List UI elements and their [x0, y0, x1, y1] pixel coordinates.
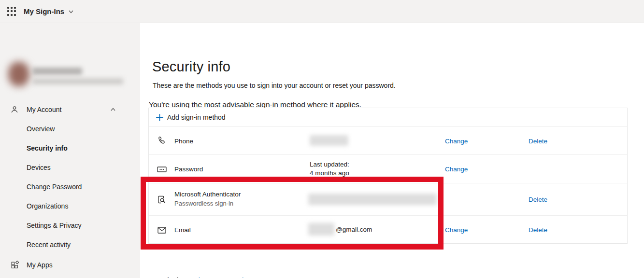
password-updated-label: Last updated: [310, 161, 349, 168]
method-row-authenticator: Microsoft Authenticator Passwordless sig… [149, 183, 627, 216]
chevron-up-icon[interactable] [110, 106, 116, 113]
person-icon [10, 105, 19, 114]
plus-icon [155, 112, 165, 123]
password-icon [156, 164, 167, 174]
sidebar: My Account Overview Security info Device… [0, 23, 140, 278]
sidebar-item-overview[interactable]: Overview [0, 119, 140, 139]
main-content: Security info These are the methods you … [140, 23, 644, 278]
method-name: Phone [174, 137, 193, 144]
email-delete-link[interactable]: Delete [529, 226, 547, 234]
sidebar-item-my-apps[interactable]: My Apps [0, 255, 140, 275]
method-name: Email [174, 226, 191, 234]
sidebar-item-settings-privacy[interactable]: Settings & Privacy [0, 216, 140, 235]
email-domain: @gmail.com [336, 226, 372, 233]
page-title: Security info [152, 59, 230, 75]
password-change-link[interactable]: Change [445, 166, 468, 173]
email-value: @gmail.com [308, 223, 372, 236]
envelope-icon [156, 224, 167, 235]
sidebar-item-my-account[interactable]: My Account [0, 100, 140, 119]
chevron-down-icon[interactable] [68, 8, 74, 15]
phone-delete-link[interactable]: Delete [529, 137, 547, 144]
email-change-link[interactable]: Change [445, 226, 468, 234]
page-subtitle: These are the methods you use to sign in… [153, 82, 396, 89]
sidebar-item-my-access[interactable]: My Access [0, 275, 140, 278]
redacted-email-prefix [308, 223, 334, 236]
top-app-bar: My Sign-Ins [0, 0, 644, 23]
method-row-email: Email @gmail.com Change Delete [149, 216, 627, 244]
phone-change-link[interactable]: Change [445, 137, 468, 144]
method-subtitle: Passwordless sign-in [174, 200, 233, 207]
method-name: Microsoft Authenticator [174, 191, 241, 198]
redacted-phone-value [310, 135, 348, 146]
sidebar-item-devices[interactable]: Devices [0, 158, 140, 177]
method-name: Password [174, 166, 203, 173]
phone-icon [156, 136, 167, 146]
authenticator-delete-link[interactable]: Delete [529, 196, 547, 203]
authenticator-key-icon [156, 194, 167, 205]
sign-in-methods-card: Add sign-in method Phone Change Delete P… [148, 108, 628, 244]
sidebar-nav: My Account Overview Security info Device… [0, 100, 140, 278]
redacted-user-name [32, 68, 82, 75]
add-sign-in-method-button[interactable]: Add sign-in method [149, 108, 627, 127]
method-row-password: Password Last updated: 4 months ago Chan… [149, 155, 627, 183]
sidebar-item-organizations[interactable]: Organizations [0, 196, 140, 216]
method-row-phone: Phone Change Delete [149, 127, 627, 155]
redacted-device-value [308, 194, 437, 205]
app-launcher-icon[interactable] [6, 6, 17, 17]
avatar[interactable] [8, 62, 29, 86]
sidebar-item-change-password[interactable]: Change Password [0, 177, 140, 196]
apps-grid-icon [10, 261, 19, 269]
password-updated-value: 4 months ago [310, 169, 349, 177]
app-title[interactable]: My Sign-Ins [24, 7, 64, 15]
redacted-user-email [32, 78, 123, 84]
sidebar-item-recent-activity[interactable]: Recent activity [0, 235, 140, 254]
sidebar-item-security-info[interactable]: Security info [0, 139, 140, 158]
my-signins-page: My Sign-Ins My Account Overview Security… [0, 0, 644, 278]
sidebar-item-label: My Account [27, 106, 61, 113]
